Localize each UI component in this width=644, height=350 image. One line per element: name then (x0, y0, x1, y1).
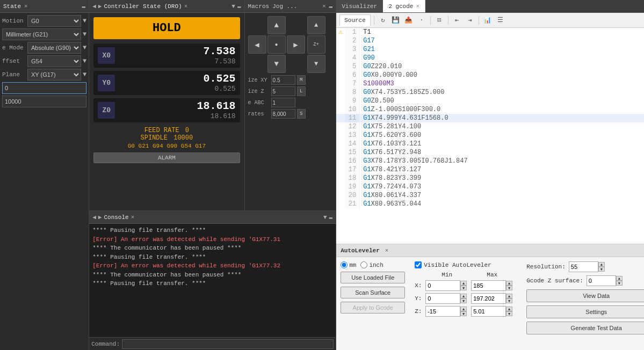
line-spacer-21 (336, 200, 345, 208)
macros-minimize-icon[interactable]: ▬ (329, 3, 333, 10)
nav-right-icon[interactable]: ▶ (98, 3, 102, 10)
al-z-min-up[interactable]: ▲ (460, 307, 467, 311)
al-z-max-up[interactable]: ▲ (506, 307, 512, 311)
abc-input[interactable] (271, 98, 295, 107)
toolbar-select-icon[interactable]: ⊡ (434, 15, 445, 26)
al-visible-checkbox[interactable] (415, 261, 422, 268)
al-y-min-input[interactable] (425, 293, 460, 304)
console-menu[interactable]: ▼ (323, 214, 327, 221)
jog-x-minus-button[interactable]: ◀ (248, 35, 266, 54)
al-y-max-input[interactable] (471, 293, 506, 304)
rates-input[interactable] (271, 109, 295, 119)
jog-z-plus-button[interactable]: ▲ (307, 16, 325, 34)
jog-blank-bl (248, 55, 266, 73)
gcode-line-15: 15 G1X76.517Y2.948 (336, 148, 644, 157)
toolbar-right-icon[interactable]: ⇥ (465, 15, 475, 26)
al-y-min-up[interactable]: ▲ (460, 294, 467, 298)
al-resolution-input[interactable] (569, 261, 598, 272)
size-xy-input[interactable] (271, 75, 295, 85)
al-gcode-z-input[interactable] (587, 275, 616, 286)
state-input-2[interactable] (2, 96, 86, 107)
use-loaded-file-button[interactable]: Use Loaded File (341, 272, 405, 283)
rates-s-button[interactable]: S (297, 109, 306, 119)
al-gz-dn[interactable]: ▼ (616, 281, 623, 286)
viz-tab-visualizer[interactable]: Visualizer (336, 0, 383, 12)
toolbar-sep-4 (479, 16, 479, 25)
toolbar-save-icon[interactable]: 💾 (390, 15, 401, 26)
nav-right-console[interactable]: ▶ (98, 214, 102, 221)
line-content-3: G21 (360, 45, 378, 54)
al-z-min-dn[interactable]: ▼ (460, 311, 467, 316)
plane-select[interactable]: XY (G17) (27, 69, 81, 81)
al-res-dn[interactable]: ▼ (598, 267, 605, 272)
jog-tab-label[interactable]: Jog ... (272, 3, 297, 10)
motion-select[interactable]: G0 (27, 15, 81, 27)
al-y-max-dn[interactable]: ▼ (506, 298, 512, 303)
console-footer: Command: (89, 337, 336, 350)
state-input-1[interactable] (2, 82, 86, 94)
size-z-input[interactable] (271, 86, 295, 96)
generate-test-data-button[interactable]: Generate Test Data (526, 322, 644, 334)
toolbar-export-icon[interactable]: 📤 (403, 15, 414, 26)
al-z-min-input[interactable] (425, 306, 460, 317)
offset-arrow: ▼ (83, 57, 86, 65)
al-x-min-up[interactable]: ▲ (460, 281, 467, 286)
jog-z-minus-button[interactable]: ▼ (307, 55, 325, 73)
console-close[interactable]: × (131, 214, 135, 221)
line-content-7: S10000M3 (360, 79, 397, 88)
line-num-17: 17 (345, 165, 360, 174)
macros-tab-label[interactable]: Macros (248, 3, 270, 10)
al-x-max-up[interactable]: ▲ (506, 281, 512, 286)
al-x-min-dn[interactable]: ▼ (460, 286, 467, 290)
al-z-max-input[interactable] (471, 306, 506, 317)
al-y-max-up[interactable]: ▲ (506, 294, 512, 298)
jog-y-minus-button[interactable]: ▼ (267, 55, 286, 73)
alarm-button[interactable]: ALARM (93, 152, 240, 163)
apply-to-gcode-button[interactable]: Apply to Gcode (341, 302, 405, 313)
al-gz-up[interactable]: ▲ (616, 276, 623, 281)
dro-minimize-icon[interactable]: ▬ (237, 3, 241, 10)
offset-select[interactable]: G54 (27, 55, 81, 67)
scan-surface-button[interactable]: Scan Surface (341, 287, 405, 298)
gcode-tab-close[interactable]: × (416, 3, 419, 10)
nav-left-console[interactable]: ◀ (92, 214, 96, 221)
al-y-min-dn[interactable]: ▼ (460, 298, 467, 303)
viz-tab-gcode[interactable]: 2 gcode × (383, 0, 425, 12)
al-z-max-dn[interactable]: ▼ (506, 311, 512, 316)
dro-tab-close[interactable]: × (184, 3, 188, 10)
dro-menu-icon[interactable]: ▼ (231, 3, 235, 10)
toolbar-left-icon[interactable]: ⇤ (452, 15, 462, 26)
jog-y-plus-button[interactable]: ▲ (267, 16, 286, 34)
nav-left-icon[interactable]: ◀ (92, 3, 96, 10)
console-minimize[interactable]: ▬ (329, 214, 333, 221)
line-spacer-3 (336, 45, 345, 54)
al-inch-radio[interactable] (360, 261, 367, 268)
al-x-max-dn[interactable]: ▼ (506, 286, 512, 290)
toolbar-chart-icon[interactable]: 📊 (482, 15, 493, 26)
al-x-max-input[interactable] (471, 280, 506, 291)
line-num-4: 4 (345, 54, 360, 62)
macros-tab-close[interactable]: × (322, 3, 326, 10)
toolbar-lines-icon[interactable]: ☰ (495, 15, 506, 26)
state-minimize-icon[interactable]: ▬ (82, 3, 86, 10)
state-tab-close[interactable]: × (24, 3, 28, 10)
al-x-min-input[interactable] (425, 280, 460, 291)
settings-button[interactable]: Settings (526, 305, 644, 318)
view-data-button[interactable]: View Data (526, 289, 644, 302)
mode-select[interactable]: Absolute (G90) (27, 42, 81, 54)
toolbar-dot-icon[interactable]: · (416, 15, 427, 26)
command-input[interactable] (122, 339, 334, 349)
gcode-line-4: 4 G90 (336, 54, 644, 62)
hold-button[interactable]: HOLD (93, 17, 240, 39)
size-z-l-button[interactable]: L (297, 86, 306, 96)
jog-x-plus-button[interactable]: ▶ (287, 35, 305, 54)
jog-center-button[interactable]: ● (267, 35, 286, 54)
size-xy-m-button[interactable]: M (297, 75, 306, 85)
autoleveler-close[interactable]: × (385, 247, 389, 254)
toolbar-refresh-icon[interactable]: ↻ (378, 15, 388, 26)
units-select[interactable]: Millimeter (G21) (2, 28, 81, 40)
source-tab[interactable]: Source (339, 14, 371, 26)
z-sub-value: 18.618 (119, 112, 235, 120)
al-mm-radio[interactable] (341, 261, 348, 268)
al-res-up[interactable]: ▲ (598, 262, 605, 267)
